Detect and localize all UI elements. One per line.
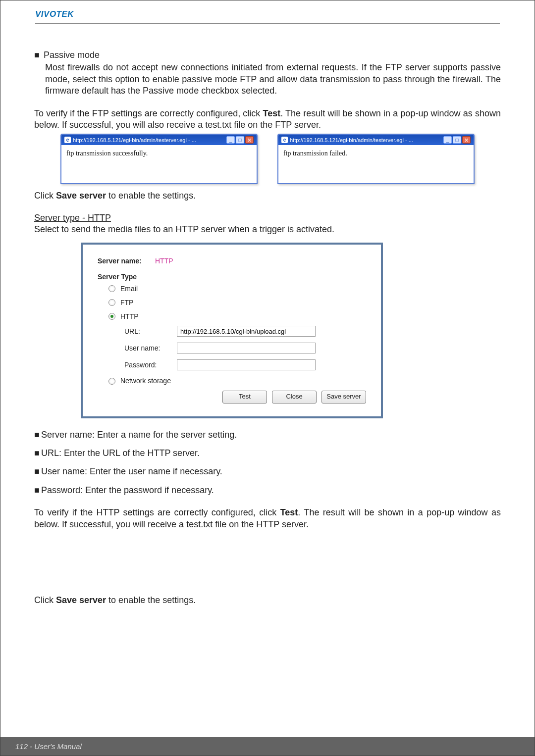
popup-success-url: http://192.168.5.121/egi-bin/admin/teste… bbox=[73, 137, 224, 144]
server-type-http-desc: Select to send the media files to an HTT… bbox=[34, 224, 501, 235]
ie-icon: e bbox=[64, 137, 71, 143]
save-server-line-2: Click Save server to enable the settings… bbox=[34, 595, 501, 606]
verify-ftp-bold: Test bbox=[263, 108, 281, 118]
brand-title: VIVOTEK bbox=[35, 9, 500, 19]
save2-post: to enable the settings. bbox=[106, 595, 196, 605]
li1: Server name: Enter a name for the server… bbox=[41, 430, 237, 440]
passive-mode-desc: Most firewalls do not accept new connect… bbox=[34, 62, 501, 97]
maximize-icon[interactable]: □ bbox=[453, 136, 461, 144]
radio-ftp-label: FTP bbox=[120, 298, 133, 307]
save2-bold: Save server bbox=[56, 595, 106, 605]
verify-http-bold: Test bbox=[280, 507, 298, 517]
servername-label: Server name: bbox=[98, 256, 152, 265]
popup-fail: e http://192.168.5.121/egi-bin/admin/tes… bbox=[277, 134, 475, 184]
bullet-icon: ■ bbox=[34, 50, 41, 61]
server-type-http-heading: Server type - HTTP bbox=[34, 212, 501, 224]
passive-mode-title: Passive mode bbox=[44, 50, 100, 60]
verify-http-pre: To verify if the HTTP settings are corre… bbox=[34, 507, 280, 517]
http-settings-panel: Server name: Server Type Email FTP HTTP … bbox=[81, 243, 383, 418]
save1-pre: Click bbox=[34, 191, 56, 201]
verify-ftp-pre: To verify if the FTP settings are correc… bbox=[34, 108, 263, 118]
li4: Password: Enter the password if necessar… bbox=[41, 485, 214, 495]
passive-mode-heading: ■ Passive mode bbox=[34, 50, 501, 61]
radio-ftp[interactable] bbox=[108, 299, 115, 306]
close-icon[interactable]: ✕ bbox=[462, 136, 471, 144]
test-button[interactable]: Test bbox=[222, 391, 267, 403]
list-item: ■Server name: Enter a name for the serve… bbox=[34, 429, 501, 441]
url-input[interactable] bbox=[177, 326, 316, 337]
popup-success-titlebar: e http://192.168.5.121/egi-bin/admin/tes… bbox=[61, 135, 257, 145]
popup-success-body: ftp transmission successfully. bbox=[61, 145, 257, 183]
save1-bold: Save server bbox=[56, 191, 106, 201]
popup-fail-titlebar: e http://192.168.5.121/egi-bin/admin/tes… bbox=[278, 135, 474, 145]
servertype-label: Server Type bbox=[98, 272, 152, 281]
maximize-icon[interactable]: □ bbox=[236, 136, 244, 144]
radio-http-label: HTTP bbox=[120, 312, 139, 321]
username-label: User name: bbox=[98, 344, 177, 353]
radio-ftp-row[interactable]: FTP bbox=[108, 298, 366, 307]
verify-ftp-text: To verify if the FTP settings are correc… bbox=[34, 108, 501, 131]
radio-email[interactable] bbox=[108, 285, 115, 292]
save2-pre: Click bbox=[34, 595, 56, 605]
list-item: ■URL: Enter the URL of the HTTP server. bbox=[34, 448, 501, 459]
header-divider bbox=[35, 23, 500, 24]
popup-fail-url: http://192.168.5.121/egi-bin/admin/teste… bbox=[290, 137, 441, 144]
url-label: URL: bbox=[98, 327, 177, 336]
bullet-icon: ■ bbox=[34, 429, 41, 441]
verify-http-text: To verify if the HTTP settings are corre… bbox=[34, 507, 501, 530]
close-icon[interactable]: ✕ bbox=[245, 136, 254, 144]
li3: User name: Enter the user name if necess… bbox=[41, 466, 222, 476]
popup-success: e http://192.168.5.121/egi-bin/admin/tes… bbox=[60, 134, 258, 184]
radio-network[interactable] bbox=[108, 378, 115, 385]
list-item: ■User name: Enter the user name if neces… bbox=[34, 466, 501, 477]
minimize-icon[interactable]: _ bbox=[226, 136, 235, 144]
radio-email-row[interactable]: Email bbox=[108, 284, 366, 293]
bullet-icon: ■ bbox=[34, 466, 41, 477]
save-server-button[interactable]: Save server bbox=[321, 391, 366, 403]
radio-http[interactable] bbox=[108, 313, 115, 320]
radio-network-label: Network storage bbox=[120, 376, 171, 385]
page-footer: 112 - User's Manual bbox=[0, 737, 535, 756]
radio-network-row[interactable]: Network storage bbox=[108, 376, 366, 385]
li2: URL: Enter the URL of the HTTP server. bbox=[41, 448, 200, 458]
ie-icon: e bbox=[281, 137, 288, 143]
password-input[interactable] bbox=[177, 359, 316, 370]
username-input[interactable] bbox=[177, 343, 316, 353]
minimize-icon[interactable]: _ bbox=[443, 136, 452, 144]
save-server-line-1: Click Save server to enable the settings… bbox=[34, 190, 501, 202]
radio-email-label: Email bbox=[120, 284, 138, 293]
bullet-icon: ■ bbox=[34, 485, 41, 496]
close-button[interactable]: Close bbox=[272, 391, 317, 403]
popup-fail-body: ftp transmission failed. bbox=[278, 145, 474, 183]
bullet-icon: ■ bbox=[34, 448, 41, 459]
servername-input[interactable] bbox=[152, 255, 226, 266]
password-label: Password: bbox=[98, 360, 177, 369]
save1-post: to enable the settings. bbox=[106, 191, 196, 201]
list-item: ■Password: Enter the password if necessa… bbox=[34, 485, 501, 496]
radio-http-row[interactable]: HTTP bbox=[108, 312, 366, 321]
